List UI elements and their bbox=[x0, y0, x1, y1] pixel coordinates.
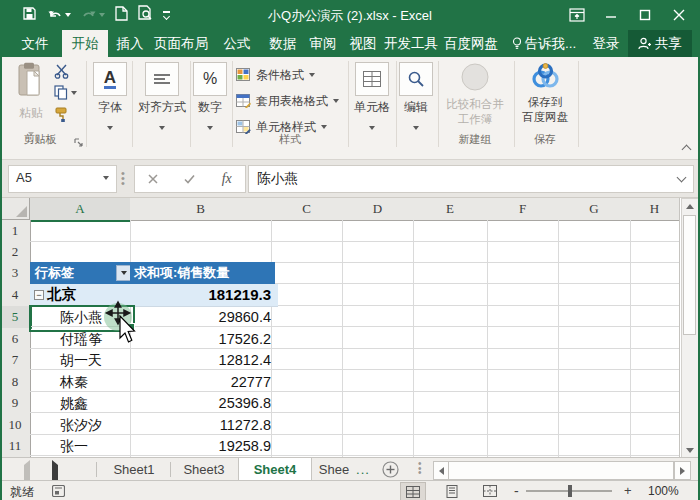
vertical-scrollbar-thumb[interactable] bbox=[683, 215, 696, 335]
tab-page-layout[interactable]: 页面布局 bbox=[150, 30, 212, 57]
new-group-label: 新建组 bbox=[440, 132, 510, 147]
paste-button[interactable]: 粘贴 bbox=[12, 62, 50, 140]
cell-B11[interactable]: 19258.9 bbox=[130, 435, 278, 457]
column-header-E[interactable]: E bbox=[413, 198, 488, 221]
name-box-dropdown-icon[interactable] bbox=[103, 176, 109, 180]
horizontal-scrollbar-thumb[interactable] bbox=[448, 461, 674, 480]
next-sheet-icon[interactable] bbox=[52, 465, 58, 480]
ribbon-display-options-icon[interactable] bbox=[560, 0, 594, 30]
column-header-B[interactable]: B bbox=[130, 198, 272, 221]
status-ready-label: 就绪 bbox=[10, 484, 34, 500]
tab-formulas[interactable]: 公式 bbox=[214, 30, 260, 57]
cell-B6[interactable]: 17526.2 bbox=[130, 328, 278, 350]
gridline bbox=[679, 220, 680, 457]
collapse-ribbon-icon[interactable] bbox=[683, 139, 690, 157]
pivot-value-header: 求和项:销售数量 bbox=[134, 265, 229, 280]
number-button[interactable]: % 数字 bbox=[192, 62, 228, 134]
hscroll-right-icon[interactable] bbox=[674, 461, 691, 480]
collapse-outline-icon[interactable]: − bbox=[34, 290, 44, 300]
font-button[interactable]: A 字体 bbox=[92, 62, 128, 134]
column-header-F[interactable]: F bbox=[487, 198, 559, 221]
cell-B7[interactable]: 12812.4 bbox=[130, 349, 278, 371]
normal-view-icon[interactable] bbox=[400, 482, 426, 500]
sign-in-button[interactable]: 登录 bbox=[586, 30, 626, 57]
name-box[interactable]: A5 bbox=[8, 165, 117, 193]
page-layout-view-icon[interactable] bbox=[440, 482, 464, 500]
row-header-8[interactable]: 8 bbox=[0, 371, 31, 393]
zoom-slider-thumb[interactable] bbox=[568, 485, 572, 497]
minimize-icon[interactable] bbox=[594, 0, 628, 30]
cell-B5[interactable]: 29860.4 bbox=[130, 306, 278, 328]
tell-me-box[interactable]: 告诉我... bbox=[506, 30, 582, 57]
alignment-button[interactable]: 对齐方式 bbox=[136, 62, 188, 134]
insert-function-icon[interactable]: fx bbox=[222, 171, 232, 187]
row-header-5[interactable]: 5 bbox=[0, 306, 32, 329]
pivot-group-name: 北京 bbox=[47, 286, 76, 302]
row-header-10[interactable]: 10 bbox=[0, 414, 31, 436]
maximize-icon[interactable] bbox=[628, 0, 662, 30]
cell-A3[interactable]: 行标签 bbox=[30, 262, 135, 284]
tab-baidu-netdisk[interactable]: 百度网盘 bbox=[440, 30, 502, 57]
row-header-3[interactable]: 3 bbox=[0, 262, 31, 285]
tab-file[interactable]: 文件 bbox=[10, 30, 60, 57]
cell-B4[interactable]: 181219.3 bbox=[130, 284, 278, 307]
formula-bar-splitter[interactable]: ••• bbox=[121, 171, 124, 185]
clipboard-dialog-launcher-icon[interactable] bbox=[74, 134, 84, 152]
editing-label: 编辑 bbox=[398, 99, 434, 116]
prev-sheet-icon bbox=[24, 465, 30, 480]
expand-formula-bar-icon[interactable] bbox=[677, 173, 687, 183]
conditional-formatting-button[interactable]: 条件格式 bbox=[236, 64, 315, 86]
tabbar-splitter[interactable]: ••• bbox=[418, 462, 421, 476]
macro-record-icon[interactable] bbox=[52, 485, 65, 500]
row-header-4[interactable]: 4 bbox=[0, 284, 31, 307]
formula-input[interactable]: 陈小燕 bbox=[248, 165, 694, 193]
zoom-level-label[interactable]: 100% bbox=[648, 484, 679, 498]
styles-group-label: 样式 bbox=[236, 132, 344, 147]
enter-icon[interactable] bbox=[184, 170, 195, 188]
column-header-D[interactable]: D bbox=[342, 198, 414, 221]
row-header-9[interactable]: 9 bbox=[0, 392, 31, 415]
format-as-table-button[interactable]: 套用表格格式 bbox=[236, 90, 339, 112]
sheet-tab-sheet1[interactable]: Sheet1 bbox=[100, 458, 168, 481]
editing-button[interactable]: 编辑 bbox=[398, 62, 434, 134]
column-header-G[interactable]: G bbox=[558, 198, 631, 221]
zoom-out-icon[interactable]: - bbox=[514, 483, 519, 499]
cell-B9[interactable]: 25396.8 bbox=[130, 392, 278, 414]
cell-B10[interactable]: 11272.8 bbox=[130, 414, 278, 436]
baidu-save-button[interactable]: 保存到 百度网盘 bbox=[516, 62, 574, 124]
zoom-in-icon[interactable]: + bbox=[624, 483, 632, 498]
cell-B3[interactable]: 求和项:销售数量 bbox=[130, 262, 275, 284]
tab-home[interactable]: 开始 bbox=[62, 30, 108, 57]
baidu-netdisk-icon bbox=[530, 62, 560, 90]
font-dropdown-icon bbox=[107, 126, 113, 130]
cells-icon bbox=[355, 62, 389, 96]
row-header-1[interactable]: 1 bbox=[0, 220, 31, 242]
cells-button[interactable]: 单元格 bbox=[352, 62, 392, 134]
row-header-2[interactable]: 2 bbox=[0, 241, 31, 263]
cell-B8[interactable]: 22777 bbox=[130, 371, 278, 393]
row-header-11[interactable]: 11 bbox=[0, 435, 31, 458]
scroll-down-icon[interactable] bbox=[682, 443, 697, 458]
row-header-7[interactable]: 7 bbox=[0, 349, 31, 372]
sheet-overflow-indicator[interactable]: ... bbox=[352, 458, 374, 481]
format-as-table-label: 套用表格格式 bbox=[256, 93, 328, 110]
sheet-tab-clipped[interactable]: Shee bbox=[314, 458, 354, 481]
select-all-button[interactable] bbox=[0, 198, 30, 220]
row-header-6[interactable]: 6 bbox=[0, 328, 31, 350]
column-header-H[interactable]: H bbox=[630, 198, 680, 221]
close-icon[interactable] bbox=[662, 0, 696, 30]
share-button[interactable]: 共享 bbox=[628, 30, 692, 57]
tab-insert[interactable]: 插入 bbox=[108, 30, 152, 57]
cut-button[interactable] bbox=[54, 64, 71, 83]
format-painter-button[interactable] bbox=[54, 107, 70, 126]
add-sheet-icon[interactable] bbox=[382, 461, 399, 481]
clipboard-icon bbox=[17, 62, 45, 98]
tab-developer[interactable]: 开发工具 bbox=[380, 30, 442, 57]
page-break-view-icon[interactable] bbox=[478, 482, 502, 500]
column-header-A[interactable]: A bbox=[30, 198, 131, 222]
column-header-C[interactable]: C bbox=[271, 198, 343, 221]
cancel-icon[interactable] bbox=[148, 170, 158, 188]
sheet-tab-sheet3[interactable]: Sheet3 bbox=[172, 458, 236, 481]
scroll-up-icon[interactable] bbox=[682, 199, 697, 214]
copy-button[interactable] bbox=[54, 85, 77, 100]
